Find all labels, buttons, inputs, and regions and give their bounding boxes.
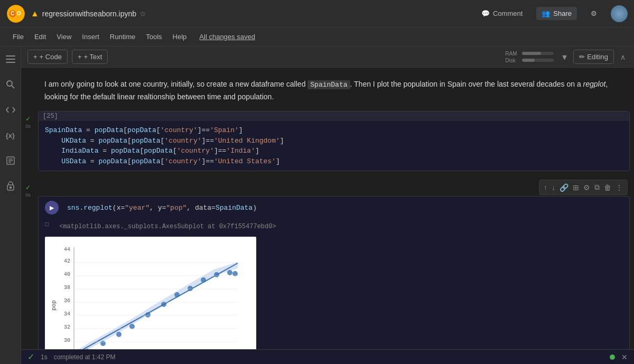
comment-icon: 💬 <box>481 10 490 17</box>
svg-text:32: 32 <box>64 324 70 330</box>
top-right-actions: 💬 Comment 👥 Share ⚙ <box>476 5 628 22</box>
settings-cell-icon[interactable]: ⚙ <box>582 182 591 193</box>
plus-text-icon: + <box>78 53 82 61</box>
svg-point-27 <box>188 286 193 291</box>
svg-text:C: C <box>11 11 15 16</box>
code-line-3: IndiaData = popData[popData['country']==… <box>45 146 623 156</box>
cell-action-toolbar: ↑ ↓ 🔗 ⊞ ⚙ ⧉ 🗑 ⋮ <box>539 180 628 195</box>
ram-disk-dropdown[interactable]: ▾ <box>560 51 569 63</box>
disk-label: Disk <box>505 58 520 63</box>
svg-point-26 <box>174 292 180 297</box>
share-icon: 👥 <box>542 10 550 17</box>
svg-point-28 <box>201 277 206 283</box>
svg-rect-6 <box>6 59 15 60</box>
colab-logo: C O <box>6 4 25 23</box>
changes-saved-link[interactable]: All changes saved <box>199 33 255 41</box>
top-bar: C O ▲ regressionwithseaborn.ipynb ☆ 💬 Co… <box>0 0 634 27</box>
avatar[interactable] <box>611 5 628 22</box>
share-button[interactable]: 👥 Share <box>536 7 577 20</box>
comment-button[interactable]: 💬 Comment <box>476 7 528 20</box>
italic-regplot: regplot <box>583 80 606 88</box>
run-cell-gutter: ✓ 0s <box>25 184 31 198</box>
expand-icon[interactable]: ⊞ <box>572 182 580 193</box>
svg-line-9 <box>12 86 14 88</box>
inline-code-spaindata: SpainData <box>307 80 350 89</box>
sidebar-secrets-icon[interactable] <box>2 178 19 194</box>
cell-25-gutter: ✓ 0s <box>25 115 31 129</box>
svg-text:O: O <box>17 11 21 16</box>
menu-file[interactable]: File <box>8 31 28 43</box>
cell-25-status: ✓ <box>25 115 31 123</box>
star-icon[interactable]: ☆ <box>139 10 146 18</box>
status-completed-text: completed at 1:42 PM <box>54 353 116 361</box>
add-text-button[interactable]: + + Text <box>72 50 108 64</box>
status-time-value: 1s <box>41 353 48 361</box>
code-cell-25-content: SpainData = popData[popData['country']==… <box>39 121 629 171</box>
sidebar-search-icon[interactable] <box>2 76 19 93</box>
ram-bar-fill <box>522 52 541 55</box>
svg-text:42: 42 <box>64 258 70 264</box>
run-cell-content: ▶ sns.regplot(x="year", y="pop", data=Sp… <box>39 197 629 219</box>
collapse-button[interactable]: ∧ <box>618 51 628 63</box>
run-button[interactable]: ▶ <box>45 201 59 214</box>
svg-point-29 <box>214 272 219 277</box>
text-cell[interactable]: I am only going to look at one country, … <box>38 74 630 107</box>
text-cell-content-before: I am only going to look at one country, … <box>44 80 307 88</box>
run-cell-container: ✓ 0s ↑ ↓ 🔗 ⊞ ⚙ ⧉ 🗑 ⋮ <box>21 178 634 349</box>
svg-point-31 <box>232 271 238 276</box>
add-code-label: + Code <box>40 53 62 61</box>
sidebar-variables-icon[interactable]: {x} <box>2 127 19 144</box>
code-line-1: SpainData = popData[popData['country']==… <box>45 125 623 136</box>
run-cell-code: sns.regplot(x="year", y="pop", data=Spai… <box>67 204 623 212</box>
pencil-icon: ✏ <box>579 53 585 61</box>
notebook-filename[interactable]: regressionwithseaborn.ipynb <box>42 10 136 18</box>
notebook-toolbar: + + Code + + Text RAM Disk <box>21 46 634 68</box>
menu-insert[interactable]: Insert <box>78 31 104 43</box>
status-completed: completed at 1:42 PM <box>54 353 116 361</box>
copy-cell-icon[interactable]: ⧉ <box>593 182 601 193</box>
share-label: Share <box>553 10 572 17</box>
link-icon[interactable]: 🔗 <box>558 182 570 193</box>
output-area: □ <matplotlib.axes._subplots.AxesSubplot… <box>39 219 629 235</box>
ram-label: RAM <box>505 51 520 57</box>
svg-text:34: 34 <box>64 311 70 317</box>
ram-disk-indicator: RAM Disk <box>505 51 554 63</box>
run-code-cell[interactable]: ▶ sns.regplot(x="year", y="pop", data=Sp… <box>38 196 630 349</box>
svg-point-23 <box>129 324 135 329</box>
code-cell-25-container: ✓ 0s [25] SpainData = popData[popData['c… <box>21 109 634 173</box>
content-area: I am only going to look at one country, … <box>21 68 634 349</box>
settings-button[interactable]: ⚙ <box>585 7 602 20</box>
status-bar: ✓ 1s completed at 1:42 PM ✕ <box>21 349 634 364</box>
svg-rect-5 <box>6 55 15 57</box>
svg-point-25 <box>161 302 166 307</box>
sidebar-menu-icon[interactable] <box>2 51 19 68</box>
run-cell-status: ✓ <box>25 184 31 191</box>
menu-view[interactable]: View <box>52 31 76 43</box>
svg-text:30: 30 <box>64 338 70 343</box>
status-close-icon[interactable]: ✕ <box>621 353 628 361</box>
text-cell-container: I am only going to look at one country, … <box>21 72 634 109</box>
output-text: <matplotlib.axes._subplots.AxesSubplot a… <box>53 221 282 232</box>
svg-text:40: 40 <box>64 272 70 277</box>
move-down-icon[interactable]: ↓ <box>551 182 556 193</box>
delete-cell-icon[interactable]: 🗑 <box>603 182 612 193</box>
disk-bar-fill <box>522 59 535 62</box>
svg-point-22 <box>116 332 122 337</box>
menu-tools[interactable]: Tools <box>142 31 166 43</box>
code-line-4: USData = popData[popData['country']=='Un… <box>45 156 623 167</box>
menu-runtime[interactable]: Runtime <box>106 31 139 43</box>
cell-25-time: 0s <box>25 124 31 129</box>
menu-help[interactable]: Help <box>169 31 191 43</box>
gear-icon: ⚙ <box>591 10 597 17</box>
editing-button[interactable]: ✏ Editing <box>573 50 614 64</box>
svg-text:38: 38 <box>64 285 70 291</box>
move-up-icon[interactable]: ↑ <box>543 182 548 193</box>
ram-bar-track <box>522 52 554 55</box>
menu-edit[interactable]: Edit <box>30 31 50 43</box>
code-cell-25[interactable]: [25] SpainData = popData[popData['countr… <box>38 111 630 171</box>
add-code-button[interactable]: + + Code <box>27 50 68 64</box>
more-options-icon[interactable]: ⋮ <box>614 182 624 193</box>
sidebar-code-icon[interactable] <box>2 101 19 118</box>
sidebar-files-icon[interactable] <box>2 152 19 169</box>
plus-code-icon: + <box>33 53 38 61</box>
